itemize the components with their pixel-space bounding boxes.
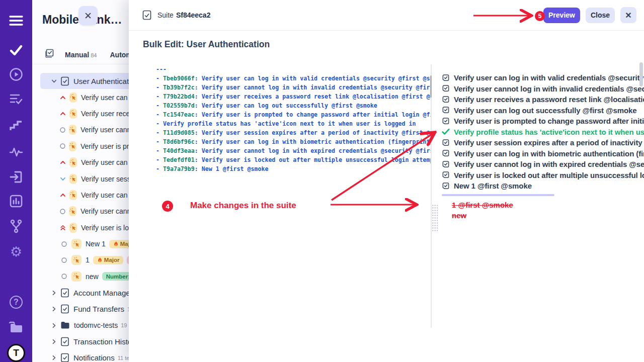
tree-item-label: Verify user can log in with valid creden… — [81, 94, 129, 102]
preview-test-title: Verify user can log out successfully @fi… — [454, 106, 637, 115]
modal-header: Suite Sf84eeca2 Preview Close ✕ — [129, 0, 644, 31]
tree-item-label: Verify user is locked out after multiple… — [81, 224, 129, 232]
preview-test-row: Verify user can log out successfully @fi… — [442, 105, 644, 116]
batch-select-icon[interactable] — [44, 49, 54, 60]
close-button[interactable]: Close — [586, 8, 615, 23]
automated-test-icon — [69, 109, 77, 119]
tree-row[interactable]: todomvc-tests19 — [32, 317, 129, 333]
branch-icon[interactable] — [0, 218, 32, 235]
tests-check-icon[interactable] — [0, 42, 32, 59]
editor-line: - T79b22bd4: Verify user receives a pass… — [156, 92, 431, 101]
preview-test-title: Verify profile status has 'active'icon n… — [454, 128, 644, 136]
circle-priority-icon — [59, 127, 66, 133]
preview-test-row: Verify user receives a password reset li… — [442, 94, 644, 105]
test-checkbox-icon — [442, 160, 450, 168]
pane-resize-handle[interactable] — [432, 204, 438, 232]
preview-test-row: Verify user can log in with biometric au… — [442, 148, 644, 159]
tree-row[interactable]: Verify user can log in with valid creden… — [32, 89, 129, 105]
editor-scrollbar-thumb[interactable] — [430, 75, 432, 98]
tree-item-label: Verify user receives a password reset li… — [81, 110, 129, 118]
preview-test-title: New 1 @first @smoke — [454, 182, 532, 190]
tree-row[interactable]: Verify user can log out successfully — [32, 154, 129, 170]
preview-pane: Verify user can log in with valid creden… — [442, 72, 644, 221]
tree-row[interactable]: Verify user is prompted to change passwo… — [32, 138, 129, 154]
badge-major: Major — [93, 256, 124, 264]
tree-item-label: User Authentication — [73, 77, 129, 85]
suite-doc-icon — [60, 288, 69, 298]
tab-manual[interactable]: Manual84 — [65, 51, 97, 59]
circle-priority-icon — [59, 257, 68, 263]
badge-major: Major — [109, 240, 129, 248]
automated-test-icon — [69, 190, 77, 200]
reports-chart-icon[interactable] — [0, 193, 32, 210]
bulk-edit-modal: Suite Sf84eeca2 Preview Close ✕ Bulk Edi… — [129, 0, 644, 362]
tree-item-label: Account Management — [73, 289, 129, 297]
project-sidebar: Mobile Banking Manual84 Automated User A… — [32, 0, 129, 362]
page-title: Bulk Edit: User Authentication — [143, 39, 270, 50]
tree-item-label: todomvc-tests — [74, 321, 118, 329]
diff-divider — [442, 194, 554, 196]
preview-test-row: Verify user session expires after a peri… — [442, 137, 644, 148]
tree-row[interactable]: Verify user receives a password reset li… — [32, 106, 129, 122]
editor-line: - Tbeb9066f: Verify user can log in with… — [156, 74, 431, 83]
test-checkbox-icon — [442, 139, 450, 147]
import-login-icon[interactable] — [0, 168, 32, 186]
tree-item-label: Verify user session expires after a peri… — [81, 175, 129, 183]
tree-item-label: Verify user cannot log in with expired c… — [80, 207, 129, 215]
tree-row[interactable]: Account Management — [32, 285, 129, 301]
preview-test-title: Verify user can log in with valid creden… — [454, 73, 644, 82]
deleted-test-title: new — [452, 210, 644, 221]
projects-folder-icon[interactable] — [0, 319, 32, 336]
automated-test-icon — [71, 272, 82, 282]
tree-row[interactable]: Verify user can log in with biometric au… — [32, 187, 129, 203]
editor-line: - T40df3eaa: Verify user cannot log in w… — [156, 146, 431, 155]
plans-list-check-icon[interactable] — [0, 90, 32, 108]
chevron-right-icon — [49, 290, 58, 296]
tree-item-label: 1 — [86, 256, 90, 264]
tree-item-label: Verify user can log out successfully — [81, 158, 129, 166]
chevron-right-icon — [49, 338, 58, 345]
activity-pulse-icon[interactable] — [0, 143, 32, 160]
chevron-right-icon — [49, 354, 58, 361]
help-icon[interactable]: ? — [0, 294, 32, 311]
yaml-editor[interactable]: ---- Tbeb9066f: Verify user can log in w… — [156, 65, 431, 331]
tree-item-label: Verify user is prompted to change passwo… — [80, 142, 129, 150]
tree-row[interactable]: Fund Transfers12 — [32, 301, 129, 317]
tree-row[interactable]: Notifications11 tests — [32, 350, 129, 362]
tree-row[interactable]: New 1Major — [32, 236, 129, 252]
suite-doc-icon — [60, 304, 69, 314]
automated-test-icon — [69, 125, 76, 135]
tree-item-label: Notifications — [73, 353, 115, 362]
tree-item-label: Fund Transfers — [73, 305, 124, 313]
tree-row[interactable]: Verify user is locked out after multiple… — [32, 220, 129, 236]
tree-item-label: New 1 — [86, 240, 106, 248]
sidebar-close-icon[interactable]: ✕ — [78, 6, 98, 25]
preview-button[interactable]: Preview — [543, 8, 580, 23]
tree-row[interactable]: Verify user cannot log in with invalid c… — [32, 122, 129, 138]
settings-gear-icon[interactable]: ⚙ — [0, 243, 32, 260]
editor-line: --- — [156, 65, 431, 74]
menu-icon[interactable] — [0, 12, 32, 29]
chevron-up-icon — [59, 110, 66, 117]
window-scrollbar-thumb[interactable] — [639, 62, 643, 86]
tab-automated[interactable]: Automated — [110, 51, 129, 59]
close-x-icon[interactable]: ✕ — [620, 7, 636, 23]
automated-test-icon — [69, 206, 76, 216]
runs-play-icon[interactable] — [0, 66, 32, 83]
preview-test-row: Verify profile status has 'active'icon n… — [442, 127, 644, 138]
chevron-down-priority-icon — [59, 175, 66, 183]
tree-row[interactable]: newNumber: 3 — [32, 268, 129, 285]
steps-icon[interactable] — [0, 117, 32, 134]
tree-row[interactable]: User Authentication — [40, 73, 129, 89]
tree-row[interactable]: 1MajorTo do — [32, 252, 129, 268]
tree-row[interactable]: Verify user cannot log in with expired c… — [32, 203, 129, 219]
avatar[interactable]: T — [0, 343, 32, 362]
tree-row[interactable]: Verify user session expires after a peri… — [32, 170, 129, 187]
suite-id: Sf84eeca2 — [176, 11, 211, 19]
editor-line: - T9a7a79b9: New 1 @first @smoke — [156, 164, 431, 173]
sidebar-tabs: Manual84 Automated — [32, 45, 129, 64]
editor-line: - T11d9d085: Verify user session expires… — [156, 128, 431, 137]
tree-row[interactable]: Transaction History — [32, 333, 129, 349]
suite-doc-icon — [60, 353, 69, 362]
editor-line: - Verify profile status has 'active'icon… — [156, 119, 431, 128]
